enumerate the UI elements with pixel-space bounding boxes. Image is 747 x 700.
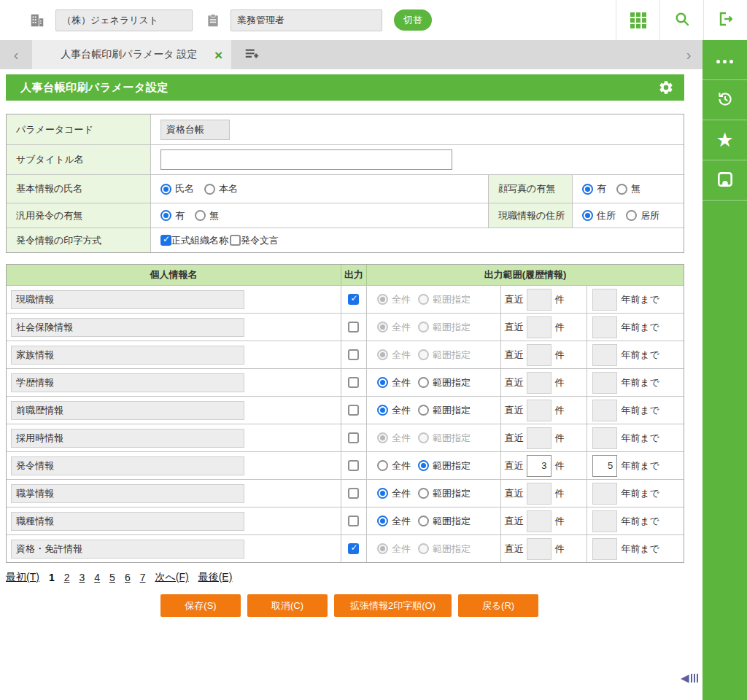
photo-no-radio[interactable] <box>616 184 627 195</box>
table-row: 全件範囲指定直近件年前まで <box>7 396 684 424</box>
save-button[interactable]: 保存(S) <box>160 594 241 617</box>
output-checkbox[interactable] <box>348 460 359 471</box>
info-name-input <box>11 373 244 392</box>
count-suffix-label: 件 <box>555 376 565 389</box>
output-checkbox[interactable] <box>348 349 359 360</box>
pager-next-link[interactable]: 次へ(F) <box>155 571 188 584</box>
pager-page-link[interactable]: 7 <box>140 572 146 583</box>
recent-count-input[interactable] <box>527 455 551 477</box>
pager-page-link[interactable]: 5 <box>109 572 115 583</box>
range-all-radio[interactable] <box>377 377 388 388</box>
main-content: 人事台帳印刷パラメータ設定 パラメータコード サブタイトル名 基本情報の氏名 <box>6 74 684 617</box>
order-wording-checkbox[interactable] <box>230 235 241 246</box>
pager-page-link[interactable]: 4 <box>94 572 100 583</box>
tab-close-icon[interactable]: × <box>214 48 222 62</box>
search-button[interactable] <box>659 0 703 40</box>
pager-page-link[interactable]: 6 <box>125 572 131 583</box>
more-menu-button[interactable] <box>703 40 747 80</box>
years-suffix-label: 年前まで <box>621 459 659 472</box>
name-shimei-radio[interactable] <box>160 184 171 195</box>
collapse-arrow-icon: ◀ <box>681 672 689 683</box>
role-field[interactable] <box>231 9 382 31</box>
range-all-radio[interactable] <box>377 516 388 526</box>
output-checkbox[interactable] <box>348 516 359 526</box>
back-button[interactable]: 戻る(R) <box>458 594 538 617</box>
official-org-name-checkbox[interactable] <box>160 235 171 246</box>
range-specify-radio <box>418 543 429 554</box>
years-suffix-label: 年前まで <box>621 542 659 556</box>
settings-gear-icon[interactable] <box>658 79 674 96</box>
extended-info2-print-order-button[interactable]: 拡張情報2印字順(O) <box>334 594 452 617</box>
range-all-radio-label: 全件 <box>392 404 411 417</box>
output-checkbox[interactable] <box>348 377 359 388</box>
range-specify-radio[interactable] <box>418 377 429 388</box>
address-kyosho-radio[interactable] <box>626 210 637 221</box>
range-all-radio[interactable] <box>377 460 388 471</box>
pager-first-link[interactable]: 最初(T) <box>6 571 39 584</box>
output-checkbox[interactable] <box>348 488 359 499</box>
recent-prefix-label: 直近 <box>505 321 524 334</box>
years-suffix-label: 年前まで <box>621 404 659 417</box>
output-checkbox[interactable] <box>348 322 359 332</box>
recent-count-input <box>527 510 551 532</box>
action-buttons: 保存(S)取消(C)拡張情報2印字順(O)戻る(R) <box>6 594 684 617</box>
range-all-radio[interactable] <box>377 405 388 416</box>
collapse-panel-handle[interactable]: ◀ <box>681 672 698 683</box>
recent-count-input <box>527 400 551 421</box>
recent-prefix-label: 直近 <box>505 404 524 417</box>
range-all-radio[interactable] <box>377 488 388 499</box>
table-row: 全件範囲指定直近件年前まで <box>7 479 684 507</box>
recent-count-input <box>527 372 551 394</box>
range-specify-radio[interactable] <box>418 405 429 416</box>
add-tab-button[interactable] <box>231 40 272 69</box>
basic-name-row: 基本情報の氏名 氏名 本名 顔写真の有無 有 無 <box>7 174 684 203</box>
company-field[interactable] <box>55 9 193 31</box>
recent-count-input <box>527 483 551 505</box>
order-wording-checkbox-label: 発令文言 <box>241 234 279 247</box>
range-all-radio-label: 全件 <box>392 293 411 306</box>
recent-count-input <box>527 344 551 366</box>
table-row: 全件範囲指定直近件年前まで <box>7 507 684 534</box>
count-suffix-label: 件 <box>555 487 565 500</box>
subtitle-input[interactable] <box>160 149 452 170</box>
page-title: 人事台帳印刷パラメータ設定 <box>20 81 169 95</box>
pager-last-link[interactable]: 最後(E) <box>198 571 233 584</box>
photo-yes-radio[interactable] <box>582 184 593 195</box>
page-title-bar: 人事台帳印刷パラメータ設定 <box>6 74 684 101</box>
range-specify-radio[interactable] <box>418 516 429 526</box>
tab-scroll-left-button[interactable]: ‹ <box>0 40 32 69</box>
switch-button[interactable]: 切替 <box>394 9 432 31</box>
logout-button[interactable] <box>703 0 747 40</box>
general-no-radio[interactable] <box>195 210 206 221</box>
recent-prefix-label: 直近 <box>505 542 524 556</box>
name-honmyo-radio[interactable] <box>204 184 215 195</box>
tab-active[interactable]: 人事台帳印刷パラメータ 設定 × <box>32 40 231 69</box>
range-all-radio <box>377 432 388 443</box>
output-checkbox[interactable] <box>348 543 359 554</box>
years-input[interactable] <box>592 455 617 477</box>
range-specify-radio[interactable] <box>418 460 429 471</box>
count-suffix-label: 件 <box>555 542 565 556</box>
years-input <box>592 483 617 505</box>
count-suffix-label: 件 <box>555 349 565 362</box>
range-specify-radio[interactable] <box>418 488 429 499</box>
tab-scroll-right-button[interactable]: › <box>675 40 703 69</box>
range-specify-radio-label: 範囲指定 <box>433 321 471 334</box>
cancel-button[interactable]: 取消(C) <box>247 594 328 617</box>
output-checkbox[interactable] <box>348 294 359 305</box>
favorites-button[interactable]: ★ <box>703 120 747 160</box>
history-button[interactable] <box>703 80 747 120</box>
pager-page-link[interactable]: 2 <box>64 572 70 583</box>
info-name-input <box>11 318 244 337</box>
info-name-input <box>11 346 244 365</box>
output-checkbox[interactable] <box>348 432 359 443</box>
address-jusho-radio[interactable] <box>582 210 593 221</box>
count-suffix-label: 件 <box>555 321 565 334</box>
range-all-radio <box>377 322 388 332</box>
history-icon <box>715 89 735 112</box>
apps-menu-button[interactable] <box>616 0 659 40</box>
pager-page-link[interactable]: 3 <box>79 572 85 583</box>
general-yes-radio[interactable] <box>160 210 171 221</box>
memo-panel-button[interactable] <box>703 160 747 201</box>
output-checkbox[interactable] <box>348 405 359 416</box>
